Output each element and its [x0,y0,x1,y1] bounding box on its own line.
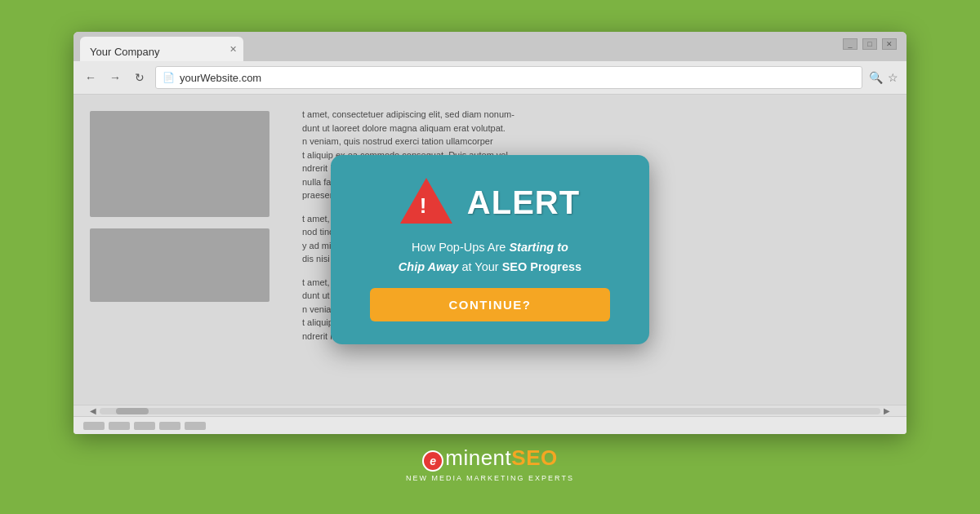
continue-button[interactable]: CONTINUE? [370,288,609,321]
address-bar-row: ← → ↻ 📄 yourWebsite.com 🔍 ☆ [74,61,906,95]
popup-subtitle: How Pop-Ups Are Starting toChip Away at … [399,238,581,276]
popup-header: ALERT [357,178,623,227]
h-scrollbar: ◀ ▶ [74,405,906,416]
alert-title: ALERT [467,184,580,221]
page-dot-1[interactable] [83,422,105,430]
browser-content: t amet, consectetuer adipiscing elit, se… [74,95,906,405]
scroll-thumb[interactable] [116,408,149,414]
refresh-button[interactable]: ↻ [131,69,149,86]
page-dot-5[interactable] [185,422,206,430]
minimize-button[interactable]: _ [843,38,858,50]
url-display: yourWebsite.com [180,72,855,84]
browser-window: Your Company ✕ _ □ ✕ ← → ↻ 📄 yourWebsite… [74,32,906,434]
browser-tab[interactable]: Your Company ✕ [80,37,243,61]
back-button[interactable]: ← [82,69,100,86]
scroll-track[interactable] [100,408,880,414]
page-dot-3[interactable] [134,422,155,430]
logo-e-icon: e [422,450,443,472]
address-bar[interactable]: 📄 yourWebsite.com [155,66,862,89]
scroll-left-arrow[interactable]: ◀ [90,406,96,415]
page-dot-2[interactable] [109,422,130,430]
tab-close-button[interactable]: ✕ [229,44,237,55]
tab-title: Your Company [90,46,160,58]
search-icon[interactable]: 🔍 [869,71,883,84]
forward-button[interactable]: → [106,69,124,86]
alert-triangle-icon [400,178,452,224]
window-controls: _ □ ✕ [843,38,897,50]
logo-main: e minent SEO [422,445,557,472]
footer-logo: e minent SEO NEW MEDIA MARKETING EXPERTS [406,445,574,482]
page-nav [74,416,906,434]
maximize-button[interactable]: □ [862,38,877,50]
logo-minent-text: minent [445,445,511,471]
logo-seo-text: SEO [511,445,557,471]
popup-box: ALERT How Pop-Ups Are Starting toChip Aw… [331,155,649,343]
title-bar: Your Company ✕ _ □ ✕ [74,32,906,61]
page-icon: 📄 [163,72,175,83]
logo-tagline: NEW MEDIA MARKETING EXPERTS [406,474,574,482]
bookmark-icon[interactable]: ☆ [888,71,898,84]
scroll-right-arrow[interactable]: ▶ [884,406,890,415]
page-dot-4[interactable] [159,422,180,430]
close-button[interactable]: ✕ [882,38,897,50]
popup-overlay: ALERT How Pop-Ups Are Starting toChip Aw… [74,95,906,405]
address-actions: 🔍 ☆ [869,71,898,84]
